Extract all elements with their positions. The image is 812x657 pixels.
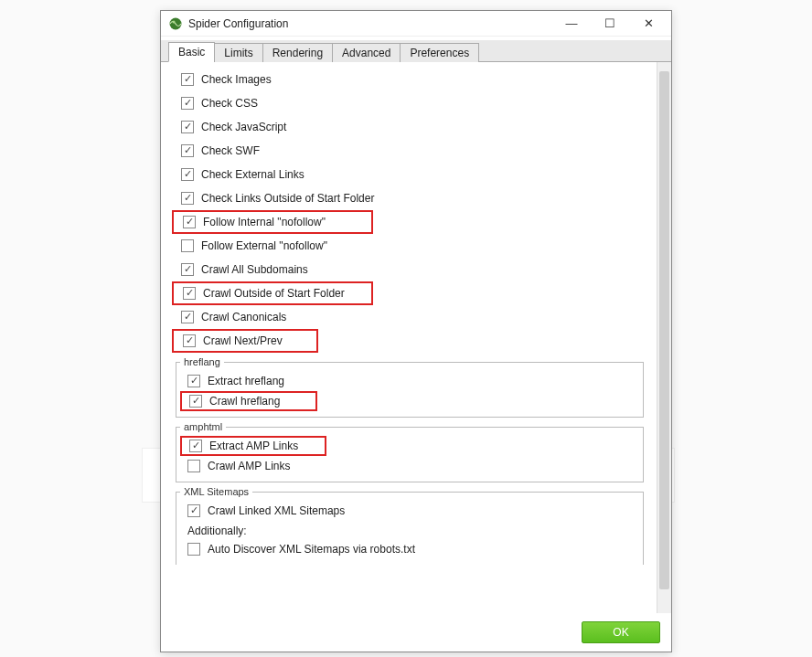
additionally-label: Additionally:	[180, 521, 639, 539]
window-title: Spider Configuration	[188, 17, 288, 30]
crawl-subdomains-row[interactable]: Crawl All Subdomains	[172, 258, 651, 281]
check-label: Follow External "nofollow"	[201, 239, 327, 252]
hreflang-legend: hreflang	[180, 356, 224, 367]
check-swf-row[interactable]: Check SWF	[172, 139, 651, 163]
scroll-thumb[interactable]	[659, 71, 669, 589]
ok-button[interactable]: OK	[582, 621, 660, 643]
checkbox-icon[interactable]	[187, 375, 200, 387]
checkbox-icon[interactable]	[187, 460, 200, 472]
app-icon	[168, 16, 183, 31]
ok-label: OK	[613, 626, 628, 639]
content-wrap: Check Images Check CSS Check JavaScript …	[161, 62, 671, 613]
check-label: Crawl Linked XML Sitemaps	[208, 504, 345, 517]
check-label: Extract AMP Links	[209, 440, 298, 452]
check-js-row[interactable]: Check JavaScript	[172, 115, 651, 139]
check-label: Crawl Next/Prev	[203, 334, 283, 347]
crawl-canonicals-row[interactable]: Crawl Canonicals	[172, 305, 651, 329]
checkbox-icon[interactable]	[181, 263, 194, 276]
checkbox-icon[interactable]	[187, 504, 200, 517]
xml-sitemaps-legend: XML Sitemaps	[180, 486, 252, 497]
tab-basic[interactable]: Basic	[168, 42, 215, 62]
follow-external-nofollow-row[interactable]: Follow External "nofollow"	[172, 234, 651, 258]
checkbox-icon[interactable]	[181, 168, 194, 181]
tab-limits[interactable]: Limits	[214, 43, 262, 62]
checkbox-icon[interactable]	[181, 239, 194, 252]
tab-label: Basic	[178, 46, 205, 58]
check-label: Crawl AMP Links	[208, 460, 290, 472]
auto-discover-xml-row[interactable]: Auto Discover XML Sitemaps via robots.tx…	[180, 539, 639, 559]
amphtml-group: amphtml Extract AMP Links Crawl AMP Link…	[176, 421, 644, 482]
footer: OK	[161, 613, 671, 652]
check-label: Crawl hreflang	[209, 395, 280, 408]
hreflang-group: hreflang Extract hreflang Crawl hreflang	[176, 356, 644, 418]
scrollbar[interactable]	[657, 62, 671, 613]
minimize-button[interactable]: —	[552, 14, 591, 34]
crawl-outside-start-row[interactable]: Crawl Outside of Start Folder	[172, 281, 373, 305]
check-label: Check Links Outside of Start Folder	[201, 192, 374, 205]
checkbox-icon[interactable]	[183, 216, 196, 228]
close-button[interactable]: ✕	[629, 14, 668, 34]
xml-sitemaps-group: XML Sitemaps Crawl Linked XML Sitemaps A…	[176, 486, 644, 565]
titlebar: Spider Configuration — ☐ ✕	[161, 11, 671, 37]
check-label: Crawl All Subdomains	[201, 263, 308, 276]
check-label: Extract hreflang	[208, 375, 284, 387]
crawl-amp-row[interactable]: Crawl AMP Links	[180, 456, 639, 476]
amphtml-legend: amphtml	[180, 421, 226, 432]
checkbox-icon[interactable]	[187, 543, 200, 556]
tabstrip: Basic Limits Rendering Advanced Preferen…	[161, 40, 671, 62]
window-controls: — ☐ ✕	[552, 14, 668, 34]
check-label: Follow Internal "nofollow"	[203, 216, 326, 228]
check-label: Crawl Canonicals	[201, 311, 286, 323]
extract-amp-row[interactable]: Extract AMP Links	[180, 436, 326, 456]
checkbox-icon[interactable]	[181, 144, 194, 157]
tab-label: Preferences	[410, 47, 469, 59]
follow-internal-nofollow-row[interactable]: Follow Internal "nofollow"	[172, 210, 373, 234]
check-label: Check External Links	[201, 168, 304, 181]
checkbox-icon[interactable]	[183, 287, 196, 300]
check-images-row[interactable]: Check Images	[172, 68, 651, 91]
checkbox-icon[interactable]	[181, 311, 194, 323]
check-label: Auto Discover XML Sitemaps via robots.tx…	[208, 543, 415, 556]
extract-hreflang-row[interactable]: Extract hreflang	[180, 371, 639, 391]
crawl-hreflang-row[interactable]: Crawl hreflang	[180, 391, 317, 411]
tab-preferences[interactable]: Preferences	[400, 43, 479, 62]
tab-advanced[interactable]: Advanced	[332, 43, 401, 62]
checkbox-icon[interactable]	[181, 121, 194, 133]
maximize-button[interactable]: ☐	[591, 14, 629, 34]
tab-label: Advanced	[342, 47, 390, 59]
check-label: Check JavaScript	[201, 121, 286, 133]
spider-config-window: Spider Configuration — ☐ ✕ Basic Limits …	[160, 10, 672, 652]
crawl-next-prev-row[interactable]: Crawl Next/Prev	[172, 329, 318, 353]
check-label: Check CSS	[201, 97, 258, 110]
svg-point-1	[173, 20, 176, 23]
check-css-row[interactable]: Check CSS	[172, 91, 651, 115]
check-label: Check SWF	[201, 144, 260, 157]
checkbox-icon[interactable]	[181, 97, 194, 110]
content-panel: Check Images Check CSS Check JavaScript …	[161, 62, 657, 613]
checkbox-icon[interactable]	[181, 73, 194, 86]
checkbox-icon[interactable]	[183, 334, 196, 347]
checkbox-icon[interactable]	[181, 192, 194, 205]
check-label: Crawl Outside of Start Folder	[203, 287, 345, 300]
tab-label: Limits	[224, 47, 252, 59]
checkbox-icon[interactable]	[189, 395, 202, 408]
check-external-links-row[interactable]: Check External Links	[172, 163, 651, 186]
check-label: Check Images	[201, 73, 272, 86]
tab-label: Rendering	[272, 47, 323, 59]
tab-rendering[interactable]: Rendering	[262, 43, 333, 62]
crawl-linked-xml-row[interactable]: Crawl Linked XML Sitemaps	[180, 501, 639, 521]
check-links-outside-row[interactable]: Check Links Outside of Start Folder	[172, 186, 651, 210]
checkbox-icon[interactable]	[189, 440, 202, 452]
